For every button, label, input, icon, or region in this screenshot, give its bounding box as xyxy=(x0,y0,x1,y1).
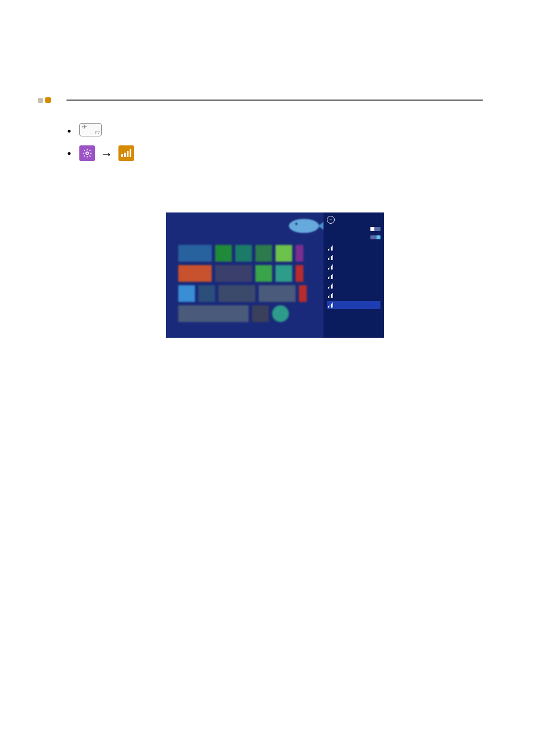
signal-icon xyxy=(328,293,333,298)
rule-line xyxy=(66,100,483,101)
svg-point-0 xyxy=(86,152,89,155)
signal-icon xyxy=(328,264,333,270)
networks-panel-header: ← xyxy=(327,216,380,224)
network-list-item[interactable] xyxy=(327,301,380,309)
airplane-key-icon xyxy=(79,123,102,136)
wifi-toggle-group xyxy=(327,235,380,239)
network-list-item[interactable] xyxy=(327,272,380,281)
signal-icon xyxy=(328,303,333,308)
network-list-item[interactable] xyxy=(327,244,380,252)
network-list-item[interactable] xyxy=(327,291,380,300)
networks-panel: ← xyxy=(323,212,384,338)
network-list xyxy=(327,244,380,309)
network-list-item[interactable] xyxy=(327,282,380,290)
signal-icon xyxy=(328,274,333,279)
signal-icon xyxy=(328,245,333,251)
section-head xyxy=(38,97,483,103)
bullet-item-1: • xyxy=(67,123,483,140)
signal-icon xyxy=(328,255,333,260)
back-arrow-icon[interactable]: ← xyxy=(327,216,335,224)
start-screen xyxy=(166,212,323,338)
arrow-icon: → xyxy=(101,145,113,163)
bullet-decoration xyxy=(38,97,51,103)
embedded-screenshot: ← xyxy=(166,212,384,338)
signal-icon xyxy=(328,284,333,289)
airplane-toggle-group xyxy=(327,227,380,231)
network-list-item[interactable] xyxy=(327,253,380,262)
network-list-item[interactable] xyxy=(327,263,380,271)
bullet-item-2: • → xyxy=(67,145,483,163)
network-signal-icon xyxy=(118,145,134,161)
airplane-toggle[interactable] xyxy=(370,227,380,231)
wifi-toggle[interactable] xyxy=(370,235,380,239)
settings-gear-icon xyxy=(79,145,95,161)
page: • • → xyxy=(0,0,533,756)
